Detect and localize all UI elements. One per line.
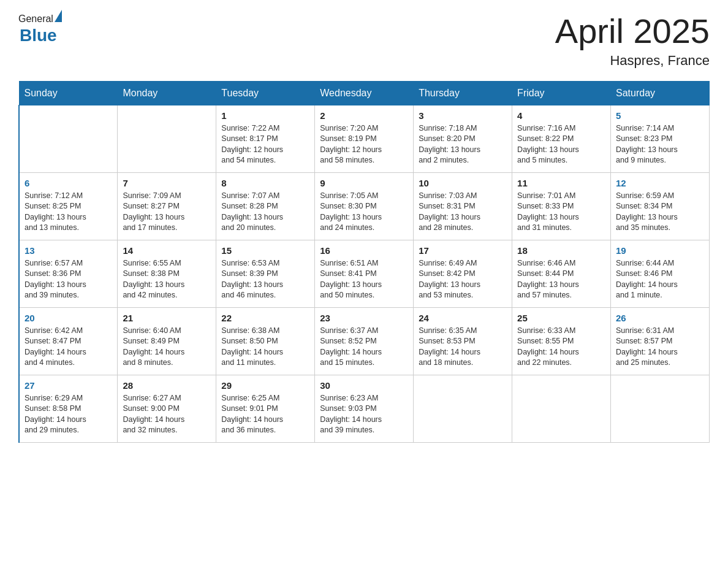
calendar-cell: 21Sunrise: 6:40 AMSunset: 8:49 PMDayligh… [118,307,216,375]
day-number: 9 [320,177,408,190]
calendar-cell: 3Sunrise: 7:18 AMSunset: 8:20 PMDaylight… [414,105,512,172]
calendar-cell: 28Sunrise: 6:27 AMSunset: 9:00 PMDayligh… [118,375,216,442]
week-row-1: 1Sunrise: 7:22 AMSunset: 8:17 PMDaylight… [19,105,710,172]
week-row-4: 20Sunrise: 6:42 AMSunset: 8:47 PMDayligh… [19,307,710,375]
calendar-cell: 29Sunrise: 6:25 AMSunset: 9:01 PMDayligh… [216,375,315,442]
day-info: Sunrise: 6:23 AMSunset: 9:03 PMDaylight:… [320,393,408,436]
week-row-2: 6Sunrise: 7:12 AMSunset: 8:25 PMDaylight… [19,172,710,240]
day-number: 18 [517,244,605,257]
calendar-cell: 2Sunrise: 7:20 AMSunset: 8:19 PMDaylight… [315,105,414,172]
calendar-cell: 1Sunrise: 7:22 AMSunset: 8:17 PMDaylight… [216,105,315,172]
day-info: Sunrise: 7:14 AMSunset: 8:23 PMDaylight:… [616,123,704,166]
calendar-cell: 9Sunrise: 7:05 AMSunset: 8:30 PMDaylight… [315,172,414,240]
day-info: Sunrise: 7:03 AMSunset: 8:31 PMDaylight:… [419,191,507,234]
day-info: Sunrise: 6:31 AMSunset: 8:57 PMDaylight:… [616,326,704,369]
calendar-header-row: SundayMondayTuesdayWednesdayThursdayFrid… [19,81,710,105]
day-number: 19 [616,244,704,257]
calendar-cell: 30Sunrise: 6:23 AMSunset: 9:03 PMDayligh… [315,375,414,442]
column-header-sunday: Sunday [19,81,118,105]
day-number: 5 [616,109,704,122]
day-number: 12 [616,177,704,190]
day-info: Sunrise: 6:51 AMSunset: 8:41 PMDaylight:… [320,258,408,301]
day-info: Sunrise: 6:35 AMSunset: 8:53 PMDaylight:… [419,326,507,369]
calendar-cell [19,105,118,172]
day-info: Sunrise: 6:38 AMSunset: 8:50 PMDaylight:… [221,326,309,369]
logo-general-text: General [18,13,53,25]
day-info: Sunrise: 7:01 AMSunset: 8:33 PMDaylight:… [517,191,605,234]
week-row-3: 13Sunrise: 6:57 AMSunset: 8:36 PMDayligh… [19,240,710,307]
calendar-cell: 4Sunrise: 7:16 AMSunset: 8:22 PMDaylight… [512,105,611,172]
calendar-cell [118,105,216,172]
day-info: Sunrise: 7:12 AMSunset: 8:25 PMDaylight:… [25,191,112,234]
logo: General Blue [18,12,62,45]
calendar-cell: 10Sunrise: 7:03 AMSunset: 8:31 PMDayligh… [414,172,512,240]
day-info: Sunrise: 6:29 AMSunset: 8:58 PMDaylight:… [25,393,112,436]
day-info: Sunrise: 6:57 AMSunset: 8:36 PMDaylight:… [25,258,112,301]
calendar-cell: 20Sunrise: 6:42 AMSunset: 8:47 PMDayligh… [19,307,118,375]
day-number: 24 [419,312,507,324]
day-number: 7 [123,177,211,190]
calendar-cell: 11Sunrise: 7:01 AMSunset: 8:33 PMDayligh… [512,172,611,240]
day-info: Sunrise: 6:49 AMSunset: 8:42 PMDaylight:… [419,258,507,301]
day-info: Sunrise: 7:07 AMSunset: 8:28 PMDaylight:… [221,191,309,234]
day-info: Sunrise: 6:40 AMSunset: 8:49 PMDaylight:… [123,326,211,369]
calendar-cell: 17Sunrise: 6:49 AMSunset: 8:42 PMDayligh… [414,240,512,307]
day-number: 10 [419,177,507,190]
column-header-wednesday: Wednesday [315,81,414,105]
calendar-cell: 22Sunrise: 6:38 AMSunset: 8:50 PMDayligh… [216,307,315,375]
logo-blue-text: Blue [20,26,57,45]
day-info: Sunrise: 7:05 AMSunset: 8:30 PMDaylight:… [320,191,408,234]
calendar-cell: 16Sunrise: 6:51 AMSunset: 8:41 PMDayligh… [315,240,414,307]
day-number: 2 [320,109,408,122]
calendar-cell: 5Sunrise: 7:14 AMSunset: 8:23 PMDaylight… [611,105,710,172]
day-info: Sunrise: 7:22 AMSunset: 8:17 PMDaylight:… [221,123,309,166]
day-info: Sunrise: 6:44 AMSunset: 8:46 PMDaylight:… [616,258,704,301]
day-number: 20 [25,312,112,324]
calendar-cell: 27Sunrise: 6:29 AMSunset: 8:58 PMDayligh… [19,375,118,442]
calendar-cell: 6Sunrise: 7:12 AMSunset: 8:25 PMDaylight… [19,172,118,240]
calendar-cell: 18Sunrise: 6:46 AMSunset: 8:44 PMDayligh… [512,240,611,307]
calendar-cell: 19Sunrise: 6:44 AMSunset: 8:46 PMDayligh… [611,240,710,307]
day-number: 16 [320,244,408,257]
day-info: Sunrise: 7:16 AMSunset: 8:22 PMDaylight:… [517,123,605,166]
month-title: April 2025 [555,12,710,50]
column-header-thursday: Thursday [414,81,512,105]
day-info: Sunrise: 6:42 AMSunset: 8:47 PMDaylight:… [25,326,112,369]
day-info: Sunrise: 6:27 AMSunset: 9:00 PMDaylight:… [123,393,211,436]
week-row-5: 27Sunrise: 6:29 AMSunset: 8:58 PMDayligh… [19,375,710,442]
calendar-cell: 25Sunrise: 6:33 AMSunset: 8:55 PMDayligh… [512,307,611,375]
day-info: Sunrise: 6:46 AMSunset: 8:44 PMDaylight:… [517,258,605,301]
calendar-table: SundayMondayTuesdayWednesdayThursdayFrid… [18,81,710,443]
calendar-cell: 24Sunrise: 6:35 AMSunset: 8:53 PMDayligh… [414,307,512,375]
day-number: 3 [419,109,507,122]
calendar-cell [512,375,611,442]
day-number: 29 [221,379,309,392]
day-number: 6 [25,177,112,190]
day-info: Sunrise: 6:37 AMSunset: 8:52 PMDaylight:… [320,326,408,369]
calendar-cell: 12Sunrise: 6:59 AMSunset: 8:34 PMDayligh… [611,172,710,240]
calendar-cell [611,375,710,442]
day-info: Sunrise: 7:18 AMSunset: 8:20 PMDaylight:… [419,123,507,166]
day-number: 14 [123,244,211,257]
column-header-monday: Monday [118,81,216,105]
location-title: Haspres, France [555,53,710,69]
day-info: Sunrise: 7:20 AMSunset: 8:19 PMDaylight:… [320,123,408,166]
column-header-friday: Friday [512,81,611,105]
day-number: 13 [25,244,112,257]
calendar-cell: 14Sunrise: 6:55 AMSunset: 8:38 PMDayligh… [118,240,216,307]
day-number: 17 [419,244,507,257]
day-number: 26 [616,312,704,324]
calendar-cell: 13Sunrise: 6:57 AMSunset: 8:36 PMDayligh… [19,240,118,307]
column-header-tuesday: Tuesday [216,81,315,105]
day-number: 4 [517,109,605,122]
calendar-cell: 23Sunrise: 6:37 AMSunset: 8:52 PMDayligh… [315,307,414,375]
page-header: General Blue April 2025 Haspres, France [18,12,710,69]
calendar-cell: 15Sunrise: 6:53 AMSunset: 8:39 PMDayligh… [216,240,315,307]
calendar-cell: 8Sunrise: 7:07 AMSunset: 8:28 PMDaylight… [216,172,315,240]
day-number: 8 [221,177,309,190]
calendar-cell: 7Sunrise: 7:09 AMSunset: 8:27 PMDaylight… [118,172,216,240]
day-info: Sunrise: 6:53 AMSunset: 8:39 PMDaylight:… [221,258,309,301]
day-info: Sunrise: 6:59 AMSunset: 8:34 PMDaylight:… [616,191,704,234]
day-number: 27 [25,379,112,392]
day-number: 21 [123,312,211,324]
